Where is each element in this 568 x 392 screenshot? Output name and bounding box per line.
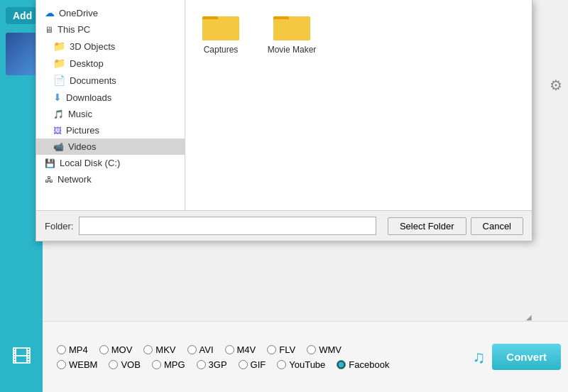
bottom-sidebar-strip: 🎞	[0, 321, 43, 392]
nav-item-videos[interactable]: 📹 Videos	[36, 138, 185, 155]
nav-item-thispc[interactable]: 🖥 This PC	[36, 21, 185, 38]
network-icon: 🖧	[45, 175, 53, 185]
format-vob[interactable]: VOB	[109, 359, 140, 370]
folder-moviemaker-label: Movie Maker	[268, 45, 317, 55]
format-3gp[interactable]: 3GP	[197, 359, 227, 370]
select-folder-button[interactable]: Select Folder	[388, 217, 466, 235]
format-flv[interactable]: FLV	[267, 344, 295, 355]
disk-icon: 💾	[45, 158, 55, 168]
film-strip-icon: 🎞	[11, 345, 31, 369]
pictures-icon: 🖼	[53, 126, 62, 136]
nav-item-pictures-label: Pictures	[66, 125, 99, 136]
folder-3d-icon: 📁	[53, 40, 65, 52]
folder-downloads-icon: ⬇	[53, 92, 62, 103]
resize-handle: ◢	[526, 313, 532, 319]
cloud-icon: ☁	[45, 7, 55, 18]
videos-icon: 📹	[53, 142, 64, 152]
format-mkv[interactable]: MKV	[143, 344, 175, 355]
format-bar: MP4 MOV MKV AVI M4V FLV WMV	[43, 321, 568, 392]
nav-item-network[interactable]: 🖧 Network	[36, 171, 185, 187]
nav-item-pictures[interactable]: 🖼 Pictures	[36, 122, 185, 138]
folder-captures-icon	[202, 11, 239, 40]
folder-documents-icon: 📄	[53, 75, 65, 86]
nav-item-music[interactable]: 🎵 Music	[36, 106, 185, 122]
format-m4v[interactable]: M4V	[225, 344, 256, 355]
nav-item-localdisk[interactable]: 💾 Local Disk (C:)	[36, 155, 185, 171]
gear-icon: ⚙	[550, 77, 562, 93]
nav-item-localdisk-label: Local Disk (C:)	[60, 158, 120, 168]
format-row-1: MP4 MOV MKV AVI M4V FLV WMV	[57, 344, 465, 355]
format-mpg[interactable]: MPG	[152, 359, 185, 370]
format-gif[interactable]: GIF	[239, 359, 266, 370]
dialog-buttons: Select Folder Cancel	[388, 217, 523, 235]
folder-captures-label: Captures	[204, 45, 239, 55]
format-webm[interactable]: WEBM	[57, 359, 97, 370]
cancel-button[interactable]: Cancel	[471, 217, 523, 235]
dialog-body: ☁ OneDrive 🖥 This PC 📁 3D Objects 📁 Desk…	[36, 0, 532, 210]
video-thumbnail	[6, 33, 37, 75]
format-mov[interactable]: MOV	[99, 344, 133, 355]
folder-item-moviemaker[interactable]: Movie Maker	[267, 11, 317, 55]
format-facebook[interactable]: Facebook	[337, 359, 389, 370]
nav-item-documents-label: Documents	[70, 75, 116, 86]
nav-item-downloads-label: Downloads	[66, 92, 111, 103]
nav-item-network-label: Network	[58, 174, 92, 185]
svg-rect-2	[202, 19, 239, 40]
nav-item-3dobjects[interactable]: 📁 3D Objects	[36, 38, 185, 55]
folder-item-captures[interactable]: Captures	[196, 11, 246, 55]
convert-button[interactable]: Convert	[492, 344, 561, 370]
folder-desktop-icon: 📁	[53, 58, 65, 69]
dialog-footer: Folder: Select Folder Cancel	[36, 210, 532, 241]
format-mp4[interactable]: MP4	[57, 344, 88, 355]
nav-item-videos-label: Videos	[68, 141, 97, 152]
file-area: Captures Movie Maker	[185, 0, 532, 210]
nav-item-desktop-label: Desktop	[70, 58, 104, 69]
format-options: MP4 MOV MKV AVI M4V FLV WMV	[50, 344, 465, 370]
nav-panel: ☁ OneDrive 🖥 This PC 📁 3D Objects 📁 Desk…	[36, 0, 185, 210]
folder-moviemaker-icon	[273, 11, 310, 40]
format-row-2: WEBM VOB MPG 3GP GIF YouTube Facebook	[57, 359, 465, 370]
music-icon: 🎵	[53, 109, 64, 119]
nav-item-music-label: Music	[68, 109, 92, 119]
settings-button[interactable]: ⚙	[550, 77, 562, 94]
nav-item-thispc-label: This PC	[58, 24, 90, 35]
pc-icon: 🖥	[45, 25, 53, 35]
svg-rect-5	[273, 19, 310, 40]
format-youtube[interactable]: YouTube	[277, 359, 325, 370]
format-wmv[interactable]: WMV	[307, 344, 342, 355]
nav-item-desktop[interactable]: 📁 Desktop	[36, 55, 185, 72]
add-button[interactable]: Add	[6, 7, 37, 24]
folder-field-label: Folder:	[45, 221, 73, 232]
folder-input[interactable]	[79, 217, 376, 235]
nav-item-onedrive-label: OneDrive	[59, 8, 98, 18]
nav-item-documents[interactable]: 📄 Documents	[36, 72, 185, 89]
folder-dialog: ☁ OneDrive 🖥 This PC 📁 3D Objects 📁 Desk…	[36, 0, 532, 241]
nav-item-downloads[interactable]: ⬇ Downloads	[36, 89, 185, 106]
nav-item-3dobjects-label: 3D Objects	[70, 41, 115, 52]
nav-item-onedrive[interactable]: ☁ OneDrive	[36, 4, 185, 21]
format-avi[interactable]: AVI	[187, 344, 214, 355]
music-note-icon: ♫	[472, 347, 485, 367]
